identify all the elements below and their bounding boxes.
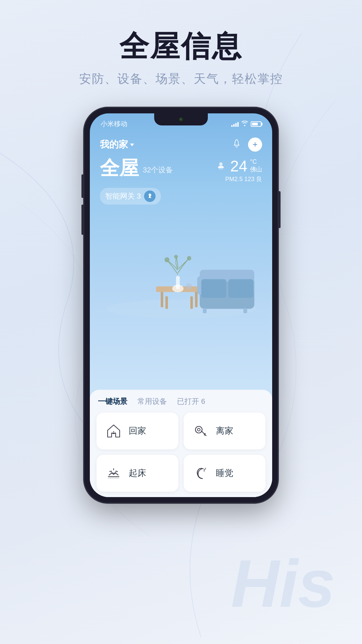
pm-status: 良 [256,176,262,182]
svg-point-0 [219,162,223,166]
device-count: 32个设备 [143,165,173,175]
scene-label-leave: 离家 [216,425,233,437]
pm-value: 123 [244,176,254,182]
city-name: 佛山 [250,165,262,173]
scenes-tab-bar: 一键场景 常用设备 已打开 6 [97,396,265,407]
temperature: 24 [230,158,247,174]
scene-cards: 回家 [97,413,265,497]
gateway-label: 智能网关 3 [105,191,141,201]
svg-rect-12 [176,276,180,289]
svg-rect-23 [203,308,206,313]
house-name: 全屋 [100,158,139,178]
svg-rect-6 [161,290,163,307]
carrier-label: 小米移动 [101,119,127,128]
air-quality: PM2.5 123 良 [217,175,262,183]
svg-point-15 [174,255,178,258]
scene-card-sleep[interactable]: z z 睡觉 [184,455,265,492]
key-icon [192,422,210,440]
scene-label-sleep: 睡觉 [216,467,233,479]
tab-one-key-scene[interactable]: 一键场景 [98,396,127,407]
sunrise-icon [105,464,123,482]
svg-point-16 [186,283,192,289]
page-title: 全屋信息 [79,30,283,63]
svg-point-14 [187,256,191,260]
scene-card-leave[interactable]: 离家 [184,413,265,449]
tab-open-count[interactable]: 已打开 6 [177,396,205,407]
svg-point-26 [195,426,202,433]
svg-text:z: z [205,467,206,470]
signal-icon [231,121,239,127]
home-smile-icon [105,422,123,440]
header-actions: + [232,138,262,152]
power-button [278,191,281,228]
svg-point-13 [165,257,170,262]
page-subtitle: 安防、设备、场景、天气，轻松掌控 [79,71,283,87]
scene-card-home[interactable]: 回家 [97,413,178,449]
svg-point-27 [197,428,200,431]
temp-unit: °C [250,158,257,165]
tab-common-devices[interactable]: 常用设备 [137,396,167,407]
svg-line-30 [117,471,118,472]
add-button[interactable]: + [248,138,262,152]
svg-line-3 [222,169,222,170]
svg-line-29 [110,471,111,472]
scene-grid: 一键场景 常用设备 已打开 6 [90,390,272,497]
phone-mockup: 小米移动 [84,107,278,503]
svg-rect-7 [195,290,197,307]
svg-point-25 [113,431,114,432]
svg-rect-9 [190,296,193,309]
svg-line-2 [221,169,221,170]
pm-label: PM2.5 [225,176,243,182]
status-icons [231,121,261,127]
bell-icon[interactable] [232,139,241,150]
vol-down-button [81,205,84,235]
title-section: 全屋信息 安防、设备、场景、天气，轻松掌控 [79,30,283,87]
svg-rect-24 [243,308,247,313]
wifi-icon [241,121,248,127]
home-label: 我的家 [100,138,128,151]
weather-section: 24 °C 佛山 PM2.5 123 [217,158,262,183]
gateway-badge[interactable]: 智能网关 3 2 [100,188,161,205]
battery-icon [251,121,261,127]
dropdown-arrow-icon [130,144,134,146]
moon-z-icon: z z [192,464,210,482]
phone-screen: 小米移动 [90,113,272,497]
svg-rect-21 [201,279,226,298]
svg-rect-22 [228,279,253,298]
vol-up-button [81,174,84,198]
app-header: 我的家 + [100,132,262,154]
scene-label-home: 回家 [129,425,146,437]
weather-icon [217,161,228,171]
svg-line-1 [219,169,220,170]
svg-rect-8 [165,296,168,309]
scene-card-wakeup[interactable]: 起床 [97,455,178,492]
room-illustration [100,211,262,322]
home-selector[interactable]: 我的家 [100,138,134,151]
house-section: 全屋 32个设备 [100,154,262,205]
scene-label-wakeup: 起床 [129,467,146,479]
camera [179,117,183,122]
notch [154,113,208,125]
app-content: 我的家 + [90,132,272,497]
gateway-count: 2 [144,191,156,202]
